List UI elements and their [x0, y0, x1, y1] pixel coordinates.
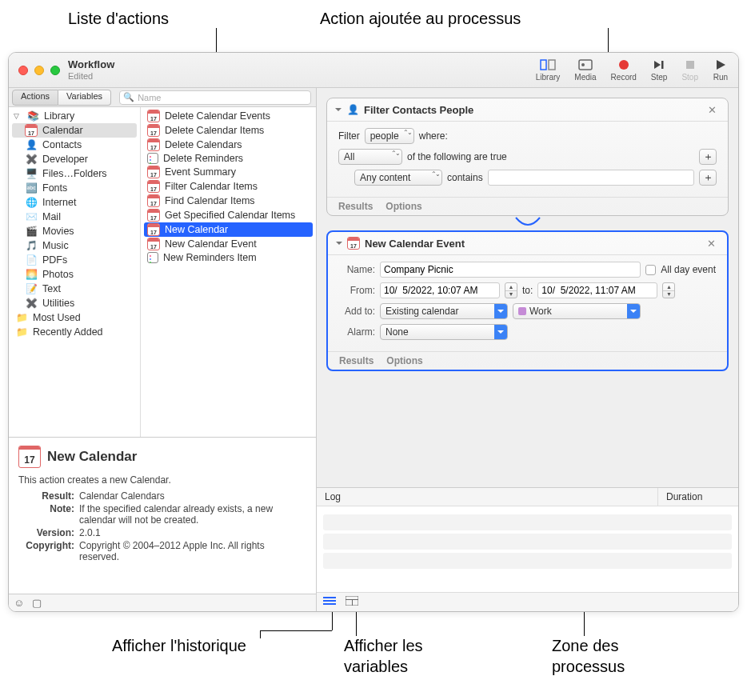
action-deletecalendarevents[interactable]: Delete Calendar Events	[141, 109, 316, 123]
step-button[interactable]: Step	[651, 58, 668, 82]
action-deletecalendaritems[interactable]: Delete Calendar Items	[141, 123, 316, 138]
disclosure-icon[interactable]	[336, 242, 342, 248]
svg-rect-2	[579, 60, 592, 70]
annotation-actions-list: Liste d'actions	[68, 8, 169, 29]
stop-icon	[682, 58, 698, 71]
addto-select[interactable]: Existing calendar	[380, 303, 508, 319]
log-row-placeholder	[323, 534, 732, 550]
filter-all-select[interactable]: All	[338, 149, 402, 165]
category-mail[interactable]: ✉️Mail	[9, 210, 140, 224]
disclosure-icon[interactable]	[335, 108, 342, 114]
group-mostused[interactable]: 📁Most Used	[9, 310, 140, 325]
left-footer-bar: ☺ ▢	[9, 594, 316, 611]
action-deletereminders[interactable]: Delete Reminders	[141, 152, 316, 165]
action-eventsummary[interactable]: Event Summary	[141, 165, 316, 179]
svg-point-3	[581, 63, 585, 66]
tab-actions[interactable]: Actions	[12, 90, 58, 106]
category-contacts[interactable]: 👤Contacts	[9, 138, 140, 152]
action-newcalendar[interactable]: New Calendar	[144, 222, 313, 237]
add-condition-button[interactable]: ＋	[699, 170, 717, 186]
svg-rect-5	[661, 61, 664, 69]
media-button[interactable]: Media	[574, 58, 596, 82]
library-button[interactable]: Library	[536, 58, 561, 82]
options-button[interactable]: Options	[386, 355, 422, 366]
svg-rect-12	[352, 599, 353, 606]
svg-rect-7	[323, 597, 336, 598]
annotation-show-variables: Afficher les variables	[344, 635, 423, 677]
window-titlebar: Workflow Edited Library Media Record Ste…	[9, 53, 738, 88]
results-button[interactable]: Results	[338, 201, 373, 212]
close-window-button[interactable]	[18, 66, 28, 75]
calendar-color-swatch	[518, 307, 526, 315]
svg-rect-9	[323, 603, 336, 605]
category-filesfolders[interactable]: 🖥️Files…Folders	[9, 166, 140, 181]
zoom-window-button[interactable]	[50, 66, 60, 75]
filter-target-select[interactable]: people	[365, 128, 414, 144]
from-stepper[interactable]: ▲▼	[505, 282, 517, 298]
add-rule-button[interactable]: ＋	[699, 149, 717, 165]
category-utilities[interactable]: ✖️Utilities	[9, 296, 140, 310]
options-button[interactable]: Options	[385, 201, 421, 212]
action-newremindersitem[interactable]: New Reminders Item	[141, 251, 316, 264]
minimize-window-button[interactable]	[34, 66, 44, 75]
category-movies[interactable]: 🎬Movies	[9, 224, 140, 238]
allday-checkbox[interactable]	[645, 265, 656, 275]
svg-rect-6	[686, 61, 694, 69]
action-findcalendaritems[interactable]: Find Calendar Items	[141, 194, 316, 208]
log-row-placeholder	[323, 553, 732, 569]
tab-variables[interactable]: Variables	[58, 90, 111, 106]
categories-list: ▽ 📚 Library Calendar👤Contacts✖️Developer…	[9, 107, 141, 437]
stop-button[interactable]: Stop	[681, 58, 698, 82]
action-getspecifiedcalendaritems[interactable]: Get Specified Calendar Items	[141, 208, 316, 222]
action-filter-contacts[interactable]: 👤 Filter Contacts People ✕ Filter people…	[326, 98, 729, 216]
automator-window: Workflow Edited Library Media Record Ste…	[8, 52, 739, 612]
to-stepper[interactable]: ▲▼	[662, 282, 675, 298]
actions-list: Delete Calendar EventsDelete Calendar It…	[141, 107, 316, 437]
category-text[interactable]: 📝Text	[9, 282, 140, 296]
log-column-header[interactable]: Log	[317, 488, 658, 506]
action-newcalendarevent[interactable]: New Calendar Event	[141, 237, 316, 251]
duration-column-header[interactable]: Duration	[658, 488, 738, 506]
action-new-calendar-event[interactable]: New Calendar Event ✕ Name: All day event…	[326, 230, 729, 371]
category-internet[interactable]: 🌐Internet	[9, 195, 140, 210]
traffic-lights	[18, 66, 60, 75]
category-music[interactable]: 🎵Music	[9, 238, 140, 253]
action-deletecalendars[interactable]: Delete Calendars	[141, 138, 316, 152]
calendar-select[interactable]: Work	[513, 303, 641, 319]
run-button[interactable]: Run	[713, 58, 729, 82]
contacts-icon: 👤	[346, 103, 359, 116]
alarm-select[interactable]: None	[380, 324, 508, 340]
log-row-placeholder	[323, 514, 732, 530]
close-action-button[interactable]: ✕	[705, 104, 720, 116]
category-developer[interactable]: ✖️Developer	[9, 152, 140, 166]
smiley-icon[interactable]: ☺	[14, 597, 24, 609]
search-icon: 🔍	[123, 92, 134, 102]
record-button[interactable]: Record	[611, 58, 637, 82]
action-filtercalendaritems[interactable]: Filter Calendar Items	[141, 179, 316, 194]
show-variables-icon[interactable]	[346, 596, 358, 608]
search-input[interactable]: 🔍 Name	[119, 90, 311, 105]
category-photos[interactable]: 🌅Photos	[9, 267, 140, 282]
disclosure-triangle-icon: ▽	[14, 112, 22, 120]
close-action-button[interactable]: ✕	[704, 238, 719, 250]
show-log-icon[interactable]	[323, 596, 336, 608]
workflow-area[interactable]: 👤 Filter Contacts People ✕ Filter people…	[317, 88, 738, 487]
event-name-input[interactable]	[380, 262, 641, 278]
to-date-input[interactable]	[537, 282, 657, 298]
workflow-connector	[326, 218, 729, 229]
category-fonts[interactable]: 🔤Fonts	[9, 181, 140, 195]
window-title: Workflow	[68, 59, 114, 70]
workflow-pane: 👤 Filter Contacts People ✕ Filter people…	[317, 88, 738, 611]
from-date-input[interactable]	[380, 282, 500, 298]
category-calendar[interactable]: Calendar	[12, 123, 137, 138]
library-header[interactable]: ▽ 📚 Library	[9, 109, 140, 123]
category-pdfs[interactable]: 📄PDFs	[9, 253, 140, 267]
group-recentlyadded[interactable]: 📁Recently Added	[9, 325, 140, 339]
filter-content-select[interactable]: Any content	[354, 170, 442, 186]
step-icon	[651, 58, 667, 71]
results-button[interactable]: Results	[339, 355, 374, 366]
annotation-action-added: Action ajoutée au processus	[320, 8, 521, 29]
window-subtitle: Edited	[68, 71, 114, 81]
filter-value-input[interactable]	[488, 170, 694, 186]
window-icon[interactable]: ▢	[32, 597, 42, 609]
